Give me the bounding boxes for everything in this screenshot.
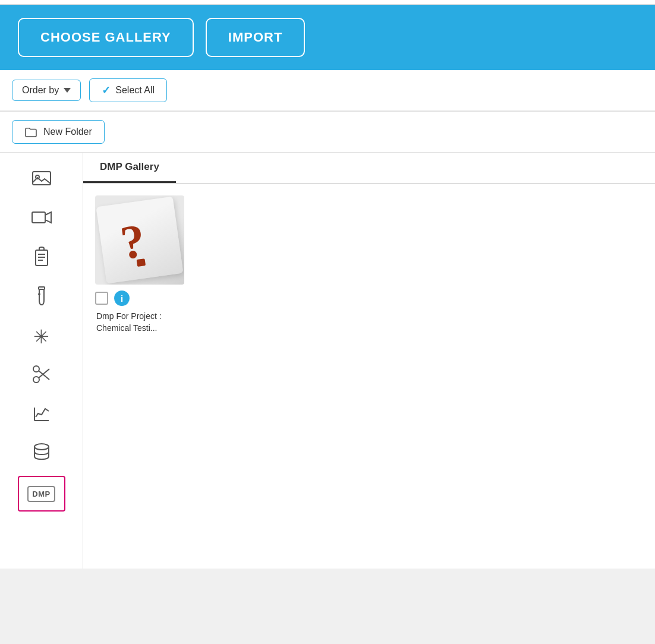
- chevron-down-icon: [64, 88, 71, 93]
- import-button[interactable]: IMPORT: [206, 18, 306, 57]
- sidebar: ✳: [0, 153, 83, 569]
- database-icon: [32, 443, 51, 467]
- gallery-item-label: Dmp For Project : Chemical Testi...: [95, 311, 190, 334]
- svg-point-10: [33, 366, 39, 372]
- svg-line-12: [39, 371, 49, 380]
- sidebar-item-clipboard[interactable]: [18, 241, 65, 276]
- svg-rect-7: [39, 287, 45, 289]
- gallery-thumbnail: ?: [95, 195, 184, 285]
- svg-point-9: [33, 377, 39, 383]
- svg-rect-0: [33, 172, 51, 185]
- gallery-item: ? i Dmp For Project : Chemical Testi...: [95, 195, 190, 334]
- clipboard-icon: [33, 247, 50, 271]
- sidebar-item-chart[interactable]: [18, 397, 65, 433]
- sidebar-item-tube[interactable]: [18, 280, 65, 315]
- test-tube-icon: [33, 286, 50, 310]
- svg-rect-15: [137, 258, 146, 267]
- main-content: ✳: [0, 153, 655, 569]
- toolbar: Order by ✓ Select All: [0, 70, 655, 111]
- chart-icon: [32, 404, 51, 427]
- video-camera-icon: [31, 209, 52, 230]
- order-by-button[interactable]: Order by: [12, 80, 81, 101]
- new-folder-button[interactable]: New Folder: [12, 120, 105, 144]
- select-all-button[interactable]: ✓ Select All: [89, 78, 167, 102]
- select-all-label: Select All: [115, 85, 155, 96]
- dmp-icon: DMP: [27, 486, 55, 502]
- sidebar-item-images[interactable]: [18, 162, 65, 198]
- sidebar-item-database[interactable]: [18, 437, 65, 472]
- folder-toolbar: New Folder: [0, 112, 655, 153]
- gallery-tab-dmp[interactable]: DMP Gallery: [83, 153, 176, 183]
- sidebar-item-asterisk[interactable]: ✳: [18, 319, 65, 355]
- choose-gallery-button[interactable]: CHOOSE GALLERY: [18, 18, 194, 57]
- gallery-panel: DMP Gallery ? i Dmp For Project :: [83, 153, 655, 569]
- sidebar-item-dmp[interactable]: DMP: [18, 476, 65, 512]
- checkmark-icon: ✓: [102, 84, 111, 97]
- svg-point-13: [34, 444, 49, 450]
- asterisk-icon: ✳: [33, 326, 49, 348]
- order-by-label: Order by: [22, 85, 59, 96]
- gallery-item-controls: i: [95, 291, 130, 306]
- thumbnail-bg: ?: [96, 197, 184, 284]
- gallery-content: ? i Dmp For Project : Chemical Testi...: [83, 184, 655, 346]
- folder-icon: [24, 127, 37, 137]
- images-icon: [32, 169, 52, 191]
- header: CHOOSE GALLERY IMPORT: [0, 5, 655, 70]
- question-mark-svg: ?: [112, 207, 167, 273]
- sidebar-item-scissors[interactable]: [18, 358, 65, 394]
- svg-rect-2: [32, 212, 45, 223]
- item-checkbox[interactable]: [95, 292, 108, 305]
- info-button[interactable]: i: [114, 291, 130, 306]
- scissors-icon: [32, 364, 52, 389]
- svg-line-11: [39, 369, 49, 378]
- new-folder-label: New Folder: [43, 127, 92, 137]
- sidebar-item-video[interactable]: [18, 201, 65, 237]
- top-bar: [0, 0, 655, 5]
